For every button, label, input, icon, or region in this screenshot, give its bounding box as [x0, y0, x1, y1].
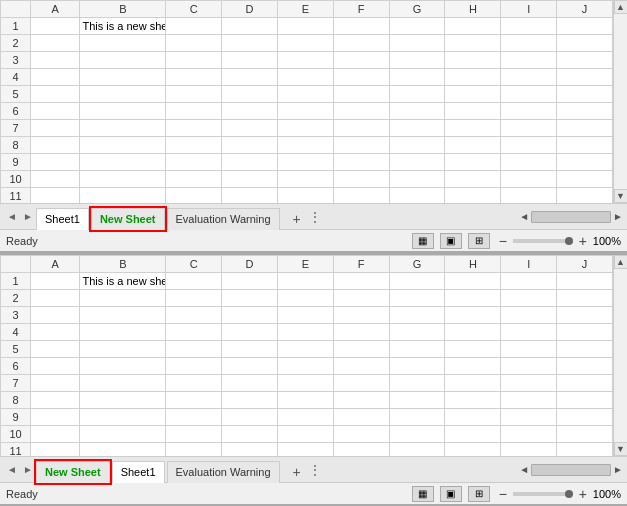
cell[interactable]	[445, 324, 501, 341]
cell[interactable]	[222, 120, 278, 137]
cell[interactable]	[222, 188, 278, 204]
cell[interactable]	[80, 120, 166, 137]
page-view-btn-top[interactable]: ▣	[440, 233, 462, 249]
cell[interactable]	[557, 52, 613, 69]
zoom-slider-bottom[interactable]	[513, 492, 573, 496]
cell[interactable]	[333, 307, 389, 324]
cell[interactable]	[80, 443, 166, 457]
cell[interactable]	[389, 18, 445, 35]
cell[interactable]	[222, 341, 278, 358]
cell[interactable]	[389, 324, 445, 341]
cell[interactable]	[333, 443, 389, 457]
cell[interactable]	[222, 375, 278, 392]
cell[interactable]	[277, 52, 333, 69]
cell[interactable]	[501, 137, 557, 154]
col-header-a-b[interactable]: A	[31, 256, 80, 273]
cell[interactable]	[222, 273, 278, 290]
col-header-g[interactable]: G	[389, 1, 445, 18]
cell[interactable]	[166, 324, 222, 341]
cell[interactable]	[445, 137, 501, 154]
cell[interactable]	[80, 392, 166, 409]
cell[interactable]	[80, 307, 166, 324]
tab-add-top[interactable]: +	[286, 208, 308, 230]
cell[interactable]	[166, 137, 222, 154]
cell[interactable]	[557, 358, 613, 375]
cell[interactable]	[501, 120, 557, 137]
cell[interactable]	[445, 154, 501, 171]
cell[interactable]	[80, 426, 166, 443]
tab-scroll-right-bottom[interactable]: ►	[20, 461, 36, 479]
col-header-d-b[interactable]: D	[222, 256, 278, 273]
cell[interactable]	[501, 409, 557, 426]
cell[interactable]	[557, 18, 613, 35]
cell[interactable]: This is a new sheet.	[80, 18, 166, 35]
col-header-c-b[interactable]: C	[166, 256, 222, 273]
cell[interactable]	[31, 18, 80, 35]
cell[interactable]	[557, 171, 613, 188]
cell[interactable]	[80, 188, 166, 204]
cell[interactable]	[389, 375, 445, 392]
cell[interactable]	[222, 52, 278, 69]
cell[interactable]	[166, 375, 222, 392]
cell[interactable]	[166, 69, 222, 86]
col-header-j[interactable]: J	[557, 1, 613, 18]
cell[interactable]	[80, 52, 166, 69]
cell[interactable]	[80, 409, 166, 426]
cell[interactable]	[166, 307, 222, 324]
cell[interactable]	[277, 154, 333, 171]
cell[interactable]	[557, 324, 613, 341]
cell[interactable]	[501, 103, 557, 120]
cell[interactable]	[166, 52, 222, 69]
cell[interactable]	[557, 341, 613, 358]
cell[interactable]	[31, 188, 80, 204]
scroll-down-top[interactable]: ▼	[614, 189, 628, 203]
cell[interactable]	[333, 103, 389, 120]
cell[interactable]	[445, 409, 501, 426]
grid-scroll-top[interactable]: A B C D E F G H I J 1This is a new sheet…	[0, 0, 613, 203]
cell[interactable]	[501, 392, 557, 409]
cell[interactable]	[501, 358, 557, 375]
cell[interactable]	[80, 154, 166, 171]
hscroll-right-bottom[interactable]: ►	[613, 464, 623, 475]
cell[interactable]	[80, 341, 166, 358]
cell[interactable]	[333, 35, 389, 52]
cell[interactable]	[389, 358, 445, 375]
cell[interactable]	[166, 18, 222, 35]
cell[interactable]	[501, 171, 557, 188]
cell[interactable]	[333, 171, 389, 188]
cell[interactable]	[557, 375, 613, 392]
cell[interactable]	[222, 103, 278, 120]
cell[interactable]	[557, 273, 613, 290]
tab-scroll-left-bottom[interactable]: ◄	[4, 461, 20, 479]
tab-sheet1-bottom[interactable]: Sheet1	[112, 461, 165, 483]
cell[interactable]	[445, 290, 501, 307]
tab-options-top[interactable]: ⋮	[308, 210, 322, 224]
cell[interactable]	[222, 307, 278, 324]
cell[interactable]	[501, 18, 557, 35]
cell[interactable]	[166, 86, 222, 103]
cell[interactable]	[557, 307, 613, 324]
cell[interactable]	[31, 103, 80, 120]
cell[interactable]	[277, 120, 333, 137]
cell[interactable]	[277, 392, 333, 409]
cell[interactable]	[166, 35, 222, 52]
cell[interactable]	[222, 154, 278, 171]
vertical-scrollbar-top[interactable]: ▲ ▼	[613, 0, 627, 203]
cell[interactable]	[222, 18, 278, 35]
scroll-up-top[interactable]: ▲	[614, 0, 628, 14]
cell[interactable]	[557, 69, 613, 86]
vertical-scrollbar-bottom[interactable]: ▲ ▼	[613, 255, 627, 456]
cell[interactable]	[333, 409, 389, 426]
cell[interactable]	[557, 35, 613, 52]
cell[interactable]	[31, 307, 80, 324]
cell[interactable]	[389, 341, 445, 358]
cell[interactable]	[80, 290, 166, 307]
cell[interactable]	[277, 273, 333, 290]
cell[interactable]	[445, 103, 501, 120]
cell[interactable]	[389, 137, 445, 154]
col-header-d[interactable]: D	[222, 1, 278, 18]
cell[interactable]	[557, 392, 613, 409]
grid-scroll-bottom[interactable]: A B C D E F G H I J 1This is a new sheet…	[0, 255, 613, 456]
cell[interactable]	[557, 409, 613, 426]
cell[interactable]	[389, 103, 445, 120]
